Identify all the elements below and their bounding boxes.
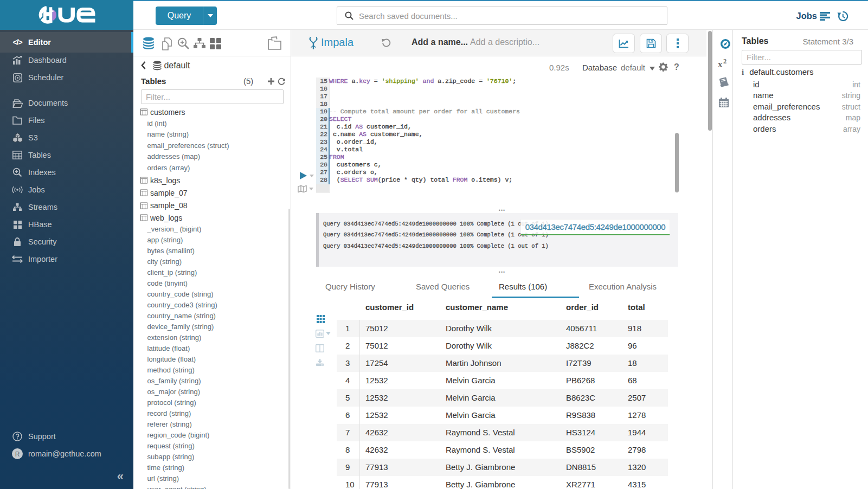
svg-text:x: x — [718, 59, 723, 69]
svg-text:R: R — [15, 451, 20, 458]
svg-text:2: 2 — [723, 58, 726, 65]
